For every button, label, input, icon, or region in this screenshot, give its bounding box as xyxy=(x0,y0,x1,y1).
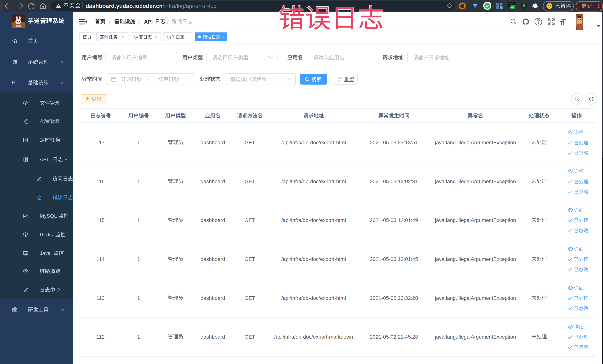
svg-text:on: on xyxy=(511,6,514,9)
